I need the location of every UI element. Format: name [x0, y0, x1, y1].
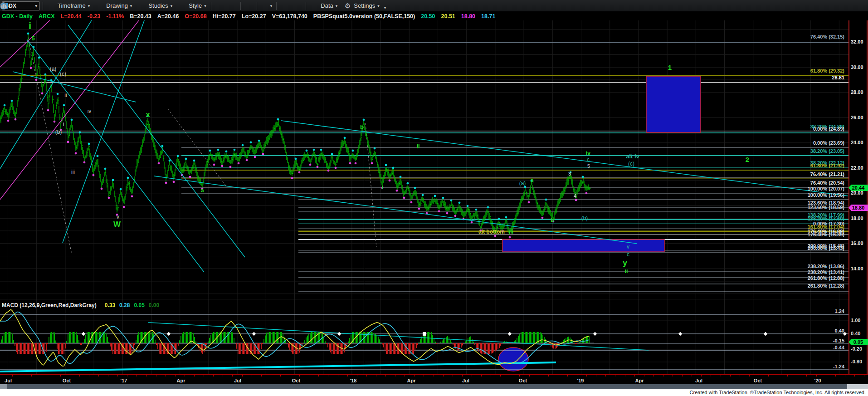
- time-tick: [539, 375, 539, 376]
- trendline: [0, 20, 93, 169]
- swing-high-dot: [88, 143, 90, 145]
- horizontal-scrollbar[interactable]: [0, 384, 868, 389]
- macd-value: 0.00: [149, 302, 159, 308]
- vertical-guide-line: [364, 123, 364, 374]
- price-bar-ticks: [0, 43, 590, 233]
- wave-label: (c): [628, 161, 634, 166]
- wave-label: b: [360, 124, 364, 130]
- time-label: Jul: [695, 378, 702, 383]
- time-tick: [223, 375, 223, 376]
- swing-high-dot: [352, 150, 354, 152]
- time-tick: [156, 375, 156, 376]
- time-tick: [443, 375, 444, 376]
- wave-label: 5: [587, 164, 590, 169]
- time-tick: [472, 375, 472, 376]
- scrollbar-right-cap[interactable]: [847, 384, 868, 389]
- time-tick: [586, 375, 587, 376]
- swing-low-dot: [389, 180, 391, 182]
- swing-high-dot: [11, 100, 13, 102]
- wave-label: (c): [60, 71, 66, 77]
- swing-low-dot: [254, 156, 256, 158]
- time-tick: [12, 375, 13, 376]
- line-handle-diamond: [593, 332, 597, 336]
- swing-low-dot: [75, 152, 77, 155]
- macd-study-label[interactable]: MACD (12,26,9,Green,Red,DarkGray)0.330.2…: [2, 302, 159, 308]
- macd-chart[interactable]: [0, 299, 868, 374]
- swing-low-dot: [309, 164, 312, 166]
- time-tick: [625, 375, 625, 376]
- time-tick: [347, 375, 348, 376]
- price-axis-tick: 16.00: [851, 241, 863, 246]
- drawing-rectangle: [502, 240, 664, 252]
- wave-label: i: [63, 122, 64, 127]
- swing-low-dot: [67, 141, 69, 143]
- swing-low-dot: [173, 181, 175, 183]
- swing-low-dot: [158, 162, 160, 165]
- time-tick: [395, 375, 395, 376]
- time-tick: [271, 375, 271, 376]
- fib-level-label: 38.20% (23.05): [810, 149, 844, 154]
- time-axis[interactable]: JulOct'17AprJulOct'18AprJulOct'19AprJulO…: [0, 374, 868, 385]
- wave-label: b: [551, 217, 554, 223]
- macd-line-label: 0.40: [835, 328, 844, 333]
- time-tick: [835, 375, 836, 376]
- fib-level-label: 261.80% (12.88): [808, 276, 844, 281]
- swing-low-dot: [30, 67, 32, 69]
- wave-label: W: [113, 220, 121, 228]
- swing-low-dot: [131, 195, 133, 197]
- time-tick: [366, 375, 367, 376]
- fib-level-label: 28.81: [832, 75, 844, 80]
- wave-label: iii: [71, 169, 75, 175]
- fib-level-label: 0.00% (23.69): [813, 141, 844, 146]
- swing-high-dot: [487, 206, 489, 209]
- swing-low-dot: [494, 235, 497, 237]
- time-tick: [864, 375, 864, 376]
- copyright-text: Created with TradeStation. ©TradeStation…: [690, 390, 866, 395]
- time-tick: [117, 375, 118, 376]
- fib-level-label: 61.80% (21.92): [810, 163, 844, 168]
- time-tick: [204, 375, 204, 376]
- swing-low-dot: [410, 201, 413, 204]
- macd-badge: 0.05: [848, 339, 868, 345]
- macd-value: 0.05: [134, 302, 144, 308]
- swing-low-dot: [438, 210, 440, 213]
- macd-axis-tick: -0.80: [851, 359, 862, 364]
- swing-low-dot: [189, 176, 191, 178]
- time-tick: [558, 375, 558, 376]
- scrollbar-thumb[interactable]: [7, 384, 847, 389]
- time-tick: [232, 375, 233, 376]
- time-tick: [31, 375, 32, 376]
- scrollbar-left-cap[interactable]: [0, 384, 8, 389]
- line-handle-diamond: [82, 332, 85, 336]
- drawing-rectangle: [646, 76, 701, 132]
- price-axis-tick: 28.00: [851, 90, 863, 95]
- time-tick: [644, 375, 644, 376]
- swing-low-dot: [528, 201, 530, 204]
- price-chart[interactable]: [0, 20, 868, 299]
- swing-high-dot: [177, 155, 179, 157]
- swing-low-dot: [165, 182, 167, 184]
- swing-low-dot: [585, 192, 588, 195]
- macd-axis-tick: -0.20: [851, 347, 862, 352]
- time-tick: [405, 375, 405, 376]
- swing-high-dot: [582, 176, 584, 178]
- time-tick: [41, 375, 41, 376]
- price-axis-tick: 18.00: [851, 216, 863, 221]
- line-handle-diamond: [337, 332, 341, 336]
- wave-label: 1: [668, 64, 672, 71]
- trendline: [281, 121, 848, 196]
- time-label: Apr: [407, 378, 416, 383]
- wave-label: i: [29, 21, 31, 31]
- line-handle-diamond: [252, 332, 256, 336]
- swing-high-dot: [79, 132, 81, 134]
- price-axis-tick: 32.00: [851, 39, 863, 44]
- time-tick: [414, 375, 414, 376]
- time-tick: [605, 375, 606, 376]
- fib-level-label: 176.40% (16.39): [808, 232, 844, 237]
- time-label: Oct: [292, 378, 300, 383]
- drawing-ellipse: [498, 347, 528, 371]
- time-label: Jul: [462, 378, 469, 383]
- time-tick: [759, 375, 759, 376]
- price-badge: 20.44: [848, 185, 868, 191]
- swing-high-dot: [458, 201, 461, 204]
